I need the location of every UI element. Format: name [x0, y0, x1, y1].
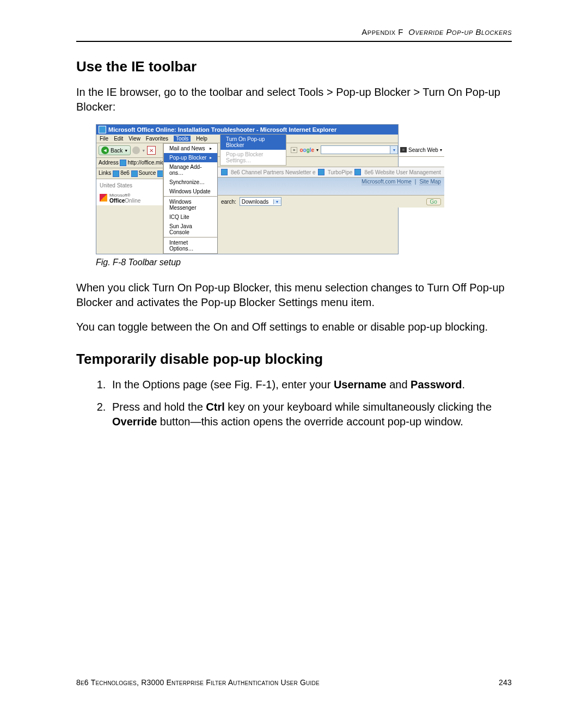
menu-file[interactable]: File: [100, 136, 108, 142]
appendix-label: Appendix F: [362, 27, 403, 36]
post-figure-p2: You can toggle between the On and Off se…: [76, 320, 512, 334]
tools-icq-lite[interactable]: ICQ Lite: [164, 212, 217, 222]
dropdown-arrow-icon[interactable]: ▾: [273, 199, 281, 204]
link-icon: [113, 170, 119, 177]
appendix-title: Override Pop-up Blockers: [408, 27, 512, 36]
tools-windows-update[interactable]: Windows Update: [164, 187, 217, 196]
tools-synchronize[interactable]: Synchronize…: [164, 178, 217, 187]
page-icon: [120, 160, 126, 166]
link-channel-partners[interactable]: 8e6 Channel Partners Newsletter e: [231, 169, 316, 175]
right-stack: Turn On Pop-up Blocker Pop-up Blocker Se…: [218, 143, 444, 254]
ie-content-left: United States Microsoft® OfficeOnline: [96, 179, 163, 205]
links-bar-row: Links 8e6 Source: [96, 168, 163, 179]
link-icon: [354, 169, 361, 175]
forward-dropdown-icon: ▼: [142, 149, 145, 152]
link-icon: [318, 169, 324, 175]
tools-java-console[interactable]: Sun Java Console: [164, 222, 217, 237]
footer-text: 8e6 Technologies, R3000 Enterprise Filte…: [76, 678, 320, 687]
menu-edit[interactable]: Edit: [114, 136, 123, 142]
tools-manage-addons[interactable]: Manage Add-ons…: [164, 162, 217, 178]
figure-caption: Fig. F-8 Toolbar setup: [96, 258, 512, 267]
country-label: United States: [100, 182, 160, 188]
address-label: Address: [99, 160, 119, 166]
menu-favorites[interactable]: Favorites: [146, 136, 168, 142]
google-search-input[interactable]: ▾: [321, 145, 398, 154]
username-bold: Username: [334, 379, 387, 390]
section-temp-disable: Temporarily disable pop-up blocking: [76, 351, 512, 368]
search-web-button[interactable]: Search Web▾: [400, 147, 442, 153]
popup-submenu: Turn On Pop-up Blocker Pop-up Blocker Se…: [220, 134, 286, 166]
address-bar-row: Address http://office.microso: [96, 158, 163, 168]
ie-nav-toolbar: ◄ Back ▼ ▼ ✕: [96, 143, 163, 158]
tools-mail-and-news[interactable]: Mail and News▸: [164, 144, 217, 153]
binoculars-icon: [400, 147, 407, 152]
ms-home-link[interactable]: Microsoft.com Home: [362, 179, 412, 185]
links-label: Links: [99, 170, 111, 176]
back-dropdown-icon: ▼: [124, 149, 128, 152]
step-1: In the Options page (see Fig. F-1), ente…: [109, 377, 512, 392]
stop-button[interactable]: ✕: [147, 146, 156, 155]
steps-list: In the Options page (see Fig. F-1), ente…: [76, 377, 512, 429]
menu-tools[interactable]: Tools: [174, 136, 191, 142]
step-2: Press and hold the Ctrl key on your keyb…: [109, 400, 512, 429]
dropdown-arrow-icon[interactable]: ▾: [390, 146, 397, 154]
google-toolbar-row: Turn On Pop-up Blocker Pop-up Blocker Se…: [218, 143, 444, 157]
tools-dropdown-row: Mail and News▸ Pop-up Blocker▸ Manage Ad…: [163, 143, 444, 254]
link-icon: [221, 169, 228, 175]
ie-window: Microsoft Office Online: Installation Tr…: [96, 124, 399, 254]
go-button[interactable]: Go: [426, 198, 441, 205]
link-turbopipe[interactable]: TurboPipe: [328, 169, 353, 175]
section-use-ie-toolbar: Use the IE toolbar: [76, 58, 512, 75]
office-online-logo: Microsoft® OfficeOnline: [100, 188, 160, 204]
tools-dropdown: Mail and News▸ Pop-up Blocker▸ Manage Ad…: [163, 143, 218, 254]
link-8e6[interactable]: 8e6: [120, 170, 130, 176]
menu-help[interactable]: Help: [196, 136, 207, 142]
menu-view[interactable]: View: [128, 136, 140, 142]
running-header: Appendix F Override Pop-up Blockers: [76, 27, 512, 36]
figure-ie-window: Microsoft Office Online: Installation Tr…: [96, 124, 512, 254]
office-logo-icon: [100, 194, 107, 202]
submenu-turn-on[interactable]: Turn On Pop-up Blocker: [220, 135, 286, 150]
ie-right-column: Mail and News▸ Pop-up Blocker▸ Manage Ad…: [163, 143, 444, 254]
ms-header-strip: Microsoft.com Home | Site Map: [218, 178, 444, 195]
link-source[interactable]: Source: [139, 170, 156, 176]
page-number: 243: [499, 678, 512, 687]
password-bold: Password: [411, 379, 462, 390]
sitemap-link[interactable]: Site Map: [419, 179, 440, 185]
tools-windows-messenger[interactable]: Windows Messenger: [164, 197, 217, 212]
page-footer: 8e6 Technologies, R3000 Enterprise Filte…: [76, 678, 512, 687]
toolbar-chevron-icon[interactable]: »: [291, 147, 297, 153]
address-value[interactable]: http://office.microso: [127, 160, 163, 166]
post-figure-p1: When you click Turn On Pop-up Blocker, t…: [76, 280, 512, 310]
link-user-mgmt[interactable]: 8e6 Website User Management: [364, 169, 440, 175]
links-continuation: 8e6 Channel Partners Newsletter e TurboP…: [218, 167, 444, 178]
back-arrow-icon: ◄: [101, 147, 109, 154]
ctrl-bold: Ctrl: [206, 401, 224, 413]
back-label: Back: [111, 148, 122, 154]
search-scope-dropdown[interactable]: Downloads▾: [240, 197, 281, 206]
link-icon: [131, 170, 138, 177]
office-logo-text: Microsoft® OfficeOnline: [109, 192, 140, 204]
back-button[interactable]: ◄ Back ▼: [99, 145, 131, 155]
tools-internet-options[interactable]: Internet Options…: [164, 238, 217, 253]
ie-titlebar: Microsoft Office Online: Installation Tr…: [96, 125, 398, 135]
submenu-settings: Pop-up Blocker Settings…: [220, 150, 286, 165]
search-bar: earch: Downloads▾ Go: [218, 195, 444, 208]
ie-left-column: ◄ Back ▼ ▼ ✕ Address http://office.micro…: [96, 143, 163, 254]
tools-popup-blocker[interactable]: Pop-up Blocker▸: [164, 153, 217, 162]
ie-title-text: Microsoft Office Online: Installation Tr…: [108, 126, 336, 133]
intro-paragraph: In the IE browser, go to the toolbar and…: [76, 85, 512, 114]
search-label: earch:: [221, 199, 236, 205]
override-bold: Override: [112, 416, 157, 428]
header-rule: [76, 41, 512, 42]
ie-icon: [99, 126, 106, 133]
link-icon: [157, 170, 163, 177]
forward-button[interactable]: [132, 147, 140, 154]
google-logo: oogle: [299, 147, 314, 153]
